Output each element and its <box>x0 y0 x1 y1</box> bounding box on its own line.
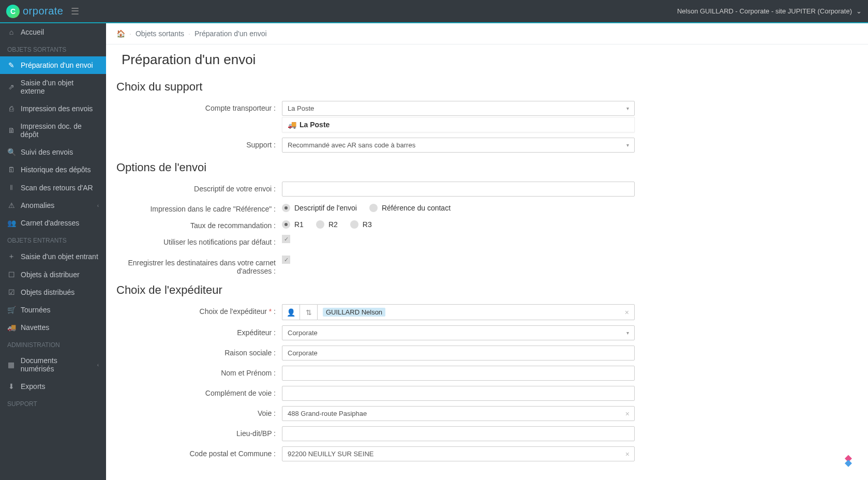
user-menu[interactable]: Nelson GUILLARD - Corporate - site JUPIT… <box>677 7 862 15</box>
voie-input[interactable] <box>282 406 635 421</box>
sidebar-item-label: Scan des retours d'AR <box>21 184 93 192</box>
breadcrumb-item: Préparation d'un envoi <box>194 29 267 38</box>
warning-icon: ⚠ <box>7 201 16 209</box>
rate-label: Taux de recommandation : <box>116 218 282 230</box>
home-icon[interactable]: 🏠 <box>116 29 125 38</box>
sidebar-item-impression-doc-de-d-p-t[interactable]: 🗎Impression doc. de dépôt <box>0 117 106 143</box>
radio-icon <box>282 204 290 212</box>
desc-label: Descriptif de votre envoi : <box>116 182 282 193</box>
home-icon: ⌂ <box>7 28 16 36</box>
radio-icon <box>369 204 378 212</box>
download-icon: ⬇ <box>7 382 16 391</box>
notif-checkbox[interactable]: ✓ <box>282 235 290 243</box>
logo[interactable]: C orporate <box>6 5 64 18</box>
sidebar-item-carnet-d-adresses[interactable]: 👥Carnet d'adresses <box>0 214 106 232</box>
clear-icon[interactable]: × <box>625 308 629 317</box>
sidebar-item-label: Impression des envois <box>21 104 93 113</box>
sidebar-item-exports[interactable]: ⬇Exports <box>0 378 106 395</box>
carrier-select[interactable]: La Poste ▾ <box>282 101 635 116</box>
sidebar-item-label: Saisie d'un objet externe <box>21 79 99 95</box>
logo-text: orporate <box>23 5 64 17</box>
sender-select[interactable]: Corporate ▾ <box>282 325 635 340</box>
sidebar-item-objets-distribu-s[interactable]: ☑Objets distribués <box>0 283 106 301</box>
search-icon: 🔍 <box>7 148 16 156</box>
sidebar-item-tourn-es[interactable]: 🛒Tournées <box>0 301 106 319</box>
truck-icon: 🚚 <box>288 121 296 129</box>
topbar: C orporate ☰ Nelson GUILLARD - Corporate… <box>0 0 868 23</box>
section-options-title: Options de l'envoi <box>116 161 858 174</box>
person-icon[interactable]: 👤 <box>282 304 300 320</box>
sidebar-section-admin: ADMINISTRATION <box>0 336 106 352</box>
breadcrumb-item[interactable]: Objets sortants <box>136 29 184 38</box>
sidebar-item-suivi-des-envois[interactable]: 🔍Suivi des envois <box>0 143 106 161</box>
support-select[interactable]: Recommandé avec AR sans code à barres ▾ <box>282 138 635 153</box>
logo-icon: C <box>6 5 20 18</box>
radio-r1[interactable]: R1 <box>282 220 304 229</box>
sidebar-item-label: Historique des dépôts <box>21 166 91 174</box>
sidebar-section-in: OBJETS ENTRANTS <box>0 232 106 247</box>
sidebar-item-label: Navettes <box>21 323 49 332</box>
cp-label: Code postal et Commune : <box>116 446 282 458</box>
radio-r2[interactable]: R2 <box>316 220 338 229</box>
compl-input[interactable] <box>282 386 635 401</box>
box-icon: ☐ <box>7 271 16 279</box>
breadcrumb: 🏠 · Objets sortants · Préparation d'un e… <box>106 23 868 44</box>
clear-icon[interactable]: × <box>625 450 630 458</box>
sidebar-item-accueil[interactable]: ⌂Accueil <box>0 23 106 41</box>
external-icon: ⇗ <box>7 83 16 91</box>
truck-icon: 🚚 <box>7 323 16 332</box>
savebook-label: Enregistrer les destinataires dans votre… <box>116 256 282 275</box>
desc-input[interactable] <box>282 182 635 197</box>
sidebar-item-saisie-d-un-objet-entrant[interactable]: ＋Saisie d'un objet entrant <box>0 247 106 266</box>
sidebar-section-support: SUPPORT <box>0 395 106 411</box>
radio-label: R1 <box>294 220 304 229</box>
sidebar-item-saisie-d-un-objet-externe[interactable]: ⇗Saisie d'un objet externe <box>0 74 106 100</box>
swap-icon[interactable]: ⇅ <box>300 304 317 320</box>
sender-value: Corporate <box>288 329 318 337</box>
sidebar-item-impression-des-envois[interactable]: ⎙Impression des envois <box>0 100 106 117</box>
radio-r3[interactable]: R3 <box>350 220 372 229</box>
support-label: Support : <box>116 138 282 149</box>
support-value: Recommandé avec AR sans code à barres <box>288 141 415 149</box>
users-icon: 👥 <box>7 219 16 227</box>
print-icon: ⎙ <box>7 104 16 113</box>
sidebar-item-documents-num-ris-s[interactable]: ▦Documents numérisés‹ <box>0 352 106 378</box>
sidebar-item-scan-des-retours-d-ar[interactable]: ⦀Scan des retours d'AR <box>0 178 106 197</box>
sidebar-item-label: Saisie d'un objet entrant <box>21 252 98 261</box>
sender-choice-input[interactable]: GUILLARD Nelson × <box>317 304 635 320</box>
voie-label: Voie : <box>116 406 282 417</box>
chevron-left-icon: ‹ <box>97 362 99 368</box>
radio-ref-contact[interactable]: Référence du contact <box>369 204 451 212</box>
sidebar-section-out: OBJETS SORTANTS <box>0 41 106 56</box>
caret-icon: ▾ <box>626 330 629 336</box>
compl-label: Complément de voie : <box>116 386 282 397</box>
savebook-checkbox[interactable]: ✓ <box>282 256 290 264</box>
sidebar-item-label: Suivi des envois <box>21 148 73 156</box>
chevron-down-icon: ⌄ <box>856 7 862 15</box>
user-label: Nelson GUILLARD - Corporate - site JUPIT… <box>677 7 852 15</box>
raison-input[interactable] <box>282 346 635 361</box>
grid-icon: ▦ <box>7 361 16 369</box>
main-content: 🏠 · Objets sortants · Préparation d'un e… <box>106 23 868 480</box>
sidebar-item-historique-des-d-p-ts[interactable]: 🗓Historique des dépôts <box>0 161 106 178</box>
sidebar-item-navettes[interactable]: 🚚Navettes <box>0 319 106 336</box>
clear-icon[interactable]: × <box>625 410 630 418</box>
section-sender-title: Choix de l'expéditeur <box>116 283 858 297</box>
sidebar-item-label: Objets à distribuer <box>21 271 80 279</box>
name-input[interactable] <box>282 366 635 381</box>
carrier-dropdown-option[interactable]: 🚚 La Poste <box>282 117 635 132</box>
sidebar-item-label: Préparation d'un envoi <box>21 61 93 69</box>
sidebar-item-anomalies[interactable]: ⚠Anomalies‹ <box>0 197 106 214</box>
sidebar: ⌂Accueil OBJETS SORTANTS ✎Préparation d'… <box>0 23 106 480</box>
lieu-input[interactable] <box>282 426 635 441</box>
radio-desc-envoi[interactable]: Descriptif de l'envoi <box>282 204 357 212</box>
sidebar-item-pr-paration-d-un-envoi[interactable]: ✎Préparation d'un envoi <box>0 56 106 74</box>
sender-choice-label: Choix de l'expéditeur * : <box>116 304 282 316</box>
plus-icon: ＋ <box>7 252 16 261</box>
help-widget-icon[interactable] <box>841 453 856 468</box>
caret-icon: ▾ <box>626 106 629 111</box>
sidebar-item-objets-distribuer[interactable]: ☐Objets à distribuer <box>0 266 106 283</box>
menu-toggle-icon[interactable]: ☰ <box>71 6 79 17</box>
radio-label: R2 <box>328 220 338 229</box>
cp-input[interactable] <box>282 446 635 461</box>
